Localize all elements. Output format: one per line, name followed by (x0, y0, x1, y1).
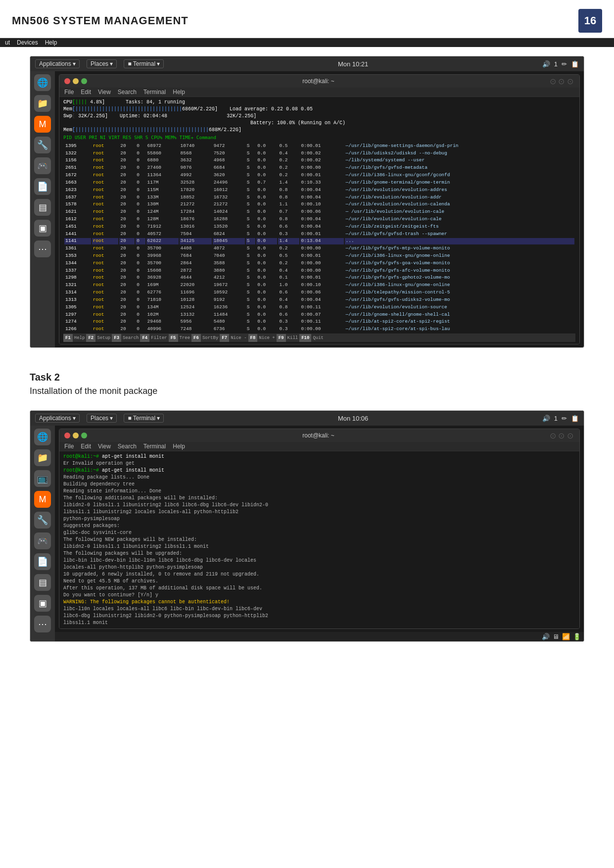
terminal-titlebar-2: root@kali: ~ ⊙ ⊙ ⊙ (59, 429, 579, 442)
htop-mem2-bar: Mem[||||||||||||||||||||||||||||||||||||… (63, 127, 575, 134)
applications-menu-2[interactable]: Applications ▾ (35, 414, 80, 423)
terminal-menubar-1: File Edit View Search Terminal Help (59, 88, 579, 97)
indicator-2: 1 (554, 415, 558, 422)
menu-terminal-1[interactable]: Terminal (143, 89, 166, 96)
terminal-menu-2[interactable]: ■ Terminal ▾ (124, 414, 164, 423)
sidebar-icon-2[interactable]: M (34, 116, 51, 133)
sidebar-icon2-2[interactable]: 📺 (34, 470, 51, 487)
task2-subtitle: Installation of the monit package (30, 386, 584, 396)
terminal-line: The following packages will be upgraded: (63, 550, 575, 557)
f9-key[interactable]: F9 (277, 334, 286, 342)
volume-icon-2: 🔊 (542, 415, 550, 422)
f3-key[interactable]: F3 (112, 334, 121, 342)
sidebar-icon2-9[interactable]: ⋯ (34, 616, 51, 632)
systray-icon-1: 🔊 (542, 633, 550, 640)
menu-devices[interactable]: Devices (17, 39, 38, 46)
sidebar-icon2-1[interactable]: 📁 (34, 449, 51, 466)
f1-key[interactable]: F1 (63, 334, 73, 342)
menu-help-2[interactable]: Help (173, 443, 185, 450)
menu-view-1[interactable]: View (98, 89, 111, 96)
f4-key[interactable]: F4 (140, 334, 149, 342)
terminal-title-2: root@kali: ~ (302, 432, 334, 439)
f6-key[interactable]: F6 (191, 334, 201, 342)
f5-key[interactable]: F5 (169, 334, 178, 342)
menu-bar: ut Devices Help (0, 38, 614, 47)
terminal-line: libc-bin libc-dev-bin libc-l10n libc6 li… (63, 557, 575, 564)
table-row: 2651root2002746090766684S0.00.20:00.00—/… (64, 165, 574, 171)
terminal-line: libidn2-0 libssl1.1 libunistring2 libc6 … (63, 502, 575, 509)
sidebar-icon-3[interactable]: 🔧 (34, 137, 51, 153)
sidebar-icon-5[interactable]: 📄 (34, 178, 51, 195)
sidebar-icon-7[interactable]: ▣ (34, 220, 51, 237)
maximize-button-2[interactable] (81, 433, 87, 438)
gnome-shell-2: 🌐 📁 📺 M 🔧 🎮 📄 ▤ ▣ ⋯ root@kali: ~ (30, 426, 584, 641)
systray-icon-4: 🔋 (573, 633, 581, 640)
table-row: 1663root200117M3252824496S0.71.40:10.33—… (64, 180, 574, 186)
topbar-left-1: Applications ▾ Places ▾ ■ Terminal ▾ (35, 59, 164, 68)
terminal-line: glibc-doc sysvinit-core (63, 530, 575, 536)
page-title: MN506 SYSTEM MANAGEMENT (12, 14, 189, 27)
terminal-line: Reading package lists... Done (63, 474, 575, 481)
terminal-window-1: root@kali: ~ ⊙ ⊙ ⊙ File Edit View Search… (59, 74, 580, 344)
minimize-button-2[interactable] (73, 433, 79, 438)
menu-file-2[interactable]: File (64, 443, 74, 450)
table-row: 1337root2001560828723880S0.00.40:00.00—/… (64, 268, 574, 274)
page-number: 16 (578, 9, 602, 33)
sidebar-icon-4[interactable]: 🎮 (34, 157, 51, 174)
places-menu-1[interactable]: Places ▾ (87, 59, 117, 68)
menu-file-1[interactable]: File (64, 89, 74, 96)
htop-header: CPU[|||| 4.8%] Tasks: 84, 1 running Mem[… (63, 99, 575, 134)
sidebar-icon2-0[interactable]: 🌐 (34, 429, 51, 445)
terminal-line: root@kali:~# apt-get install monit (63, 453, 575, 460)
terminal-line: locales-all python-httplib2 python-pysim… (63, 564, 575, 571)
sidebar-icon-6[interactable]: ▤ (34, 199, 51, 216)
places-menu-2[interactable]: Places ▾ (87, 414, 117, 423)
close-button-1[interactable] (64, 78, 70, 84)
sidebar-icon2-6[interactable]: 📄 (34, 553, 51, 570)
terminal-line: WARNING: The following packages cannot b… (63, 599, 575, 606)
table-row: 1623root200115M1782016012S0.00.80:00.04—… (64, 187, 574, 193)
terminal-menu-1[interactable]: ■ Terminal ▾ (124, 59, 164, 68)
terminal-line: Building dependency tree (63, 481, 575, 488)
fn-bar-1: F1Help F2Setup F3Search F4Filter F5Tree … (63, 334, 575, 342)
table-row: 1274root2002946859565480S0.00.30:00.11—/… (64, 319, 574, 325)
panel1-screenshot: Applications ▾ Places ▾ ■ Terminal ▾ Mon… (30, 56, 584, 348)
task2-title: Task 2 (30, 372, 584, 383)
f7-key[interactable]: F7 (220, 334, 229, 342)
terminal-titlebar-1: root@kali: ~ ⊙ ⊙ ⊙ (59, 75, 579, 88)
terminal-line: Suggested packages: (63, 523, 575, 530)
terminal-line: The following additional packages will b… (63, 495, 575, 502)
sidebar-icon2-3[interactable]: M (34, 491, 51, 508)
sidebar-icon2-5[interactable]: 🎮 (34, 532, 51, 549)
terminal-line: The following NEW packages will be insta… (63, 536, 575, 543)
f10-key[interactable]: F10 (299, 334, 311, 342)
task2-section: Task 2 Installation of the monit package (0, 358, 614, 408)
terminal-line: libc6-dbg libunistring2 libidn2-0 python… (63, 613, 575, 620)
maximize-button-1[interactable] (81, 78, 87, 84)
menu-help[interactable]: Help (45, 39, 57, 46)
clock-2: Mon 10:06 (338, 415, 368, 422)
menu-view-2[interactable]: View (98, 443, 111, 450)
menu-search-2[interactable]: Search (118, 443, 137, 450)
menu-terminal-2[interactable]: Terminal (143, 443, 166, 450)
gnome-topbar-2: Applications ▾ Places ▾ ■ Terminal ▾ Mon… (30, 411, 584, 426)
menu-search-1[interactable]: Search (118, 89, 137, 96)
f8-key[interactable]: F8 (248, 334, 258, 342)
sidebar-icon-0[interactable]: 🌐 (34, 74, 51, 91)
applications-menu-1[interactable]: Applications ▾ (35, 59, 80, 68)
terminal-titlebar-spacer-2: ⊙ ⊙ ⊙ (550, 431, 574, 440)
menu-edit-2[interactable]: Edit (81, 443, 91, 450)
menu-edit-1[interactable]: Edit (81, 89, 91, 96)
sidebar-icon2-7[interactable]: ▤ (34, 574, 51, 591)
indicator-1: 1 (554, 60, 558, 68)
table-row: 1353root2003996876847040S0.00.50:00.01—/… (64, 253, 574, 259)
close-button-2[interactable] (64, 433, 70, 438)
sidebar-icon2-8[interactable]: ▣ (34, 595, 51, 612)
sidebar-icon2-4[interactable]: 🔧 (34, 512, 51, 529)
menu-help-1[interactable]: Help (173, 89, 185, 96)
sidebar-icon-8[interactable]: ⋯ (34, 241, 51, 257)
sidebar-icon-1[interactable]: 📁 (34, 95, 51, 112)
minimize-button-1[interactable] (73, 78, 79, 84)
f2-key[interactable]: F2 (86, 334, 95, 342)
menu-ut[interactable]: ut (5, 39, 10, 46)
